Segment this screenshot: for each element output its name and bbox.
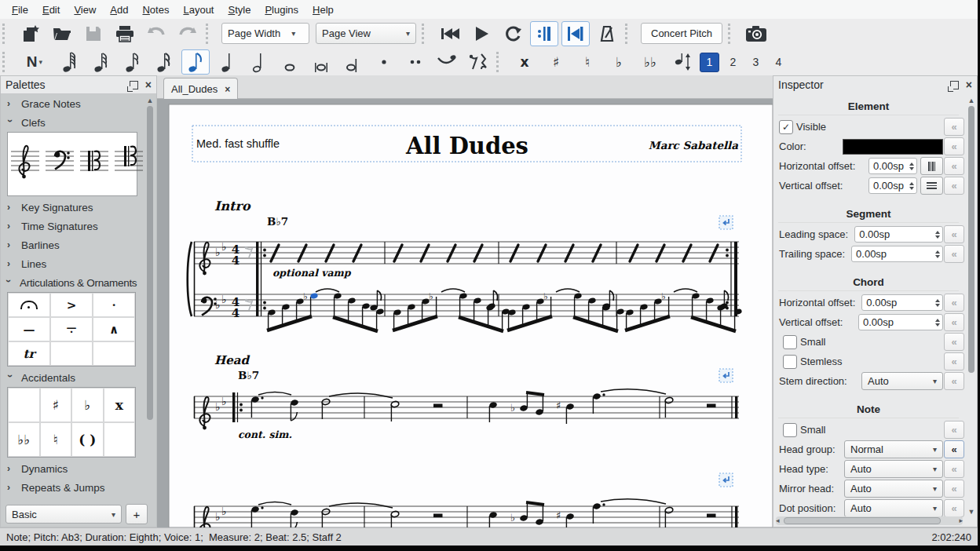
duration-longa-button[interactable] <box>338 49 367 75</box>
note-small-checkbox[interactable] <box>783 423 797 437</box>
section-break-icon[interactable] <box>719 216 733 229</box>
accent-cell[interactable]: > <box>50 293 93 317</box>
reset-mirror-button[interactable]: « <box>944 480 964 498</box>
double-dot-button[interactable] <box>401 49 430 75</box>
close-panel-icon[interactable]: × <box>966 78 972 91</box>
tempo-text[interactable]: Med. fast shuffle <box>196 137 280 150</box>
undo-button[interactable] <box>142 21 170 46</box>
duration-half-button[interactable] <box>244 49 272 75</box>
palette-grace-notes[interactable]: ›Grace Notes <box>1 94 147 113</box>
chord-symbol-head[interactable]: B♭7 <box>238 369 259 381</box>
palette-repeats-jumps[interactable]: ›Repeats & Jumps <box>1 478 147 497</box>
duration-breve-button[interactable] <box>307 49 335 75</box>
inspector-scroll-thumb[interactable] <box>968 106 975 373</box>
reset-h-offset-button[interactable]: « <box>944 157 964 175</box>
open-file-button[interactable] <box>48 21 76 46</box>
reset-stem-direction-button[interactable]: « <box>944 372 964 390</box>
save-button[interactable] <box>79 21 108 46</box>
toolbar-drag-handle[interactable] <box>2 52 10 72</box>
palette-accidentals[interactable]: ›Accidentals <box>1 368 147 387</box>
sharp-cell[interactable]: ♯ <box>40 388 72 422</box>
spinner-arrows[interactable] <box>909 182 914 190</box>
sharp-button[interactable]: ♯ <box>542 49 570 75</box>
undock-panel-icon[interactable] <box>950 81 959 89</box>
empty-cell[interactable] <box>8 388 40 422</box>
tenuto-cell[interactable]: — <box>8 317 50 341</box>
trill-cell[interactable]: tr <box>8 341 50 366</box>
marcato-cell[interactable]: ∧ <box>93 317 135 341</box>
palette-lines[interactable]: ›Lines <box>1 254 147 273</box>
reset-stemless-button[interactable]: « <box>944 352 964 370</box>
new-score-button[interactable] <box>16 21 45 46</box>
score-canvas[interactable]: ♭ ♯ Med. fast shuffle All Dudes <box>157 99 773 527</box>
reset-chord-v-button[interactable]: « <box>944 313 964 331</box>
fermata-cell[interactable] <box>8 293 50 317</box>
menu-help[interactable]: Help <box>305 2 341 18</box>
dot-position-select[interactable]: Auto ▾ <box>844 499 943 517</box>
palette-clefs[interactable]: ›Clefs <box>1 113 147 132</box>
color-swatch[interactable] <box>843 139 943 155</box>
metronome-toggle[interactable] <box>593 21 621 46</box>
section-break-icon[interactable] <box>719 369 733 382</box>
inspector-hscrollbar[interactable]: ◂ ▸ <box>776 516 963 525</box>
section-break-icon[interactable] <box>719 473 733 487</box>
toolbar-drag-handle[interactable] <box>625 24 633 44</box>
double-flat-button[interactable]: ♭♭ <box>636 49 664 75</box>
reset-chord-h-button[interactable]: « <box>944 294 964 312</box>
voice-1-button[interactable]: 1 <box>700 53 719 72</box>
spinner-arrows[interactable] <box>935 299 940 307</box>
voice-3-button[interactable]: 3 <box>747 53 765 71</box>
mirror-head-select[interactable]: Auto ▾ <box>844 480 943 498</box>
portato-cell[interactable]: —· <box>50 317 93 341</box>
duration-whole-button[interactable] <box>276 49 304 75</box>
spinner-arrows[interactable] <box>935 250 940 258</box>
reset-trailing-button[interactable]: « <box>944 245 964 263</box>
rehearsal-head[interactable]: Head <box>214 353 250 367</box>
inspector-scrollbar[interactable]: ▲ ▼ <box>967 97 975 516</box>
zoom-select[interactable]: Page Width ▾ <box>221 23 309 44</box>
menu-add[interactable]: Add <box>103 2 135 18</box>
flip-direction-button[interactable] <box>667 49 696 75</box>
duration-quarter-button[interactable] <box>213 49 241 75</box>
palette-dynamics[interactable]: ›Dynamics <box>1 459 147 478</box>
palettes-scroll-thumb[interactable] <box>147 106 153 420</box>
flat-button[interactable]: ♭ <box>605 49 633 75</box>
empty-cell[interactable] <box>93 341 135 366</box>
print-button[interactable] <box>111 21 139 46</box>
close-panel-icon[interactable]: × <box>145 78 152 91</box>
spinner-arrows[interactable] <box>935 231 940 239</box>
duration-32nd-button[interactable] <box>119 49 147 75</box>
reset-v-offset-button[interactable]: « <box>944 177 964 195</box>
duration-128th-button[interactable] <box>56 49 84 75</box>
empty-cell[interactable] <box>104 422 136 457</box>
view-mode-select[interactable]: Page View ▾ <box>316 23 416 44</box>
snap-vertical-button[interactable] <box>920 177 943 195</box>
composer-text[interactable]: Marc Sabatella <box>649 139 738 151</box>
undock-panel-icon[interactable] <box>130 81 138 89</box>
natural-button[interactable]: ♮ <box>573 49 602 75</box>
duration-64th-button[interactable] <box>87 49 115 75</box>
menu-file[interactable]: File <box>5 2 35 18</box>
reset-head-type-button[interactable]: « <box>944 460 964 478</box>
duration-eighth-button[interactable] <box>181 49 210 75</box>
voice-2-button[interactable]: 2 <box>724 53 742 71</box>
chord-h-offset-spinner[interactable]: 0.00sp <box>861 294 943 311</box>
menu-edit[interactable]: Edit <box>35 2 67 18</box>
pan-score-toggle[interactable] <box>561 21 590 46</box>
time-sig-bottom[interactable]: 4 <box>232 254 240 268</box>
element-h-offset-spinner[interactable]: 0.00sp <box>868 158 917 174</box>
head-group-select[interactable]: Normal ▾ <box>844 440 943 458</box>
toolbar-drag-handle[interactable] <box>728 24 736 44</box>
menu-layout[interactable]: Layout <box>176 2 221 18</box>
stem-direction-select[interactable]: Auto ▾ <box>861 372 943 390</box>
reset-visible-button[interactable]: « <box>944 118 964 136</box>
palette-barlines[interactable]: ›Barlines <box>1 235 147 254</box>
voice-4-button[interactable]: 4 <box>770 53 788 71</box>
leading-space-spinner[interactable]: 0.00sp <box>854 226 943 243</box>
element-v-offset-spinner[interactable]: 0.00sp <box>868 177 917 194</box>
tie-button[interactable] <box>433 49 461 75</box>
reset-head-group-button[interactable]: « <box>944 440 964 458</box>
loop-playback-button[interactable] <box>499 21 527 46</box>
double-flat-cell[interactable]: ♭♭ <box>8 422 40 457</box>
toolbar-drag-handle[interactable] <box>206 24 214 44</box>
